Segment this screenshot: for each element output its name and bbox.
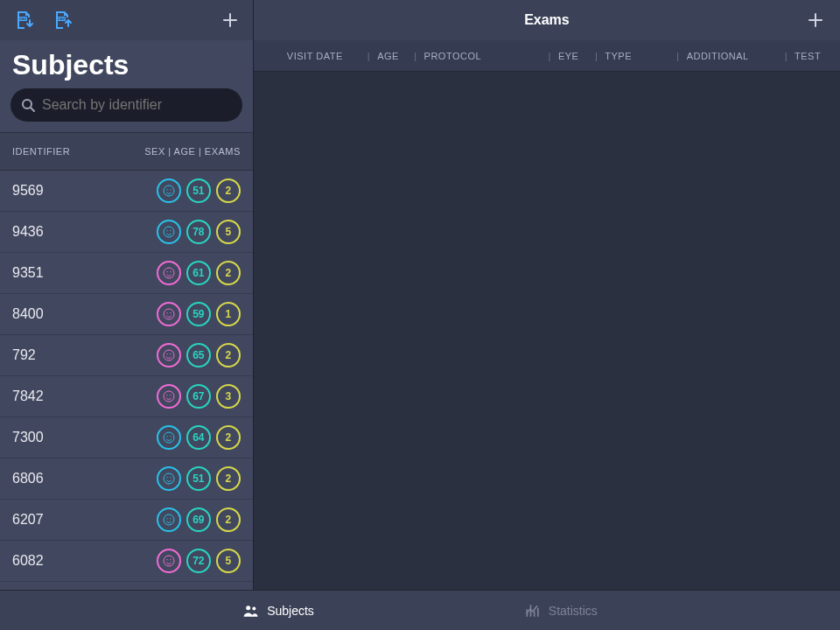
subject-row[interactable]: 6207692 — [0, 500, 253, 541]
exams-badge: 2 — [216, 508, 241, 532]
subject-id: 9351 — [12, 265, 151, 281]
add-exam-button[interactable] — [803, 8, 828, 32]
sex-badge — [157, 261, 181, 285]
svg-point-30 — [166, 518, 167, 519]
exams-badge: 3 — [216, 384, 241, 409]
sidebar-title: Subjects — [0, 40, 253, 88]
exams-badge: 2 — [216, 425, 241, 450]
plus-icon — [807, 11, 824, 29]
svg-point-29 — [164, 514, 174, 525]
subject-id: 7842 — [12, 388, 151, 404]
search-icon — [21, 98, 35, 112]
svg-point-7 — [170, 189, 171, 190]
svg-point-20 — [164, 391, 174, 402]
add-subject-button[interactable] — [218, 8, 242, 32]
subject-row[interactable]: 8400591 — [0, 294, 253, 335]
svg-text:CSV: CSV — [19, 17, 27, 21]
subject-id: 6082 — [12, 553, 151, 569]
header-sex-age-exams: SEX | AGE | EXAMS — [144, 146, 241, 157]
age-badge: 78 — [186, 220, 211, 244]
svg-point-31 — [170, 518, 171, 519]
sex-badge — [157, 343, 181, 368]
exams-title: Exams — [290, 12, 803, 28]
sex-badge — [157, 384, 181, 409]
svg-point-24 — [166, 436, 167, 437]
exams-badge: 2 — [216, 261, 241, 285]
exams-badge: 2 — [216, 178, 241, 203]
header-identifier: IDENTIFIER — [12, 146, 144, 157]
nav-statistics-label: Statistics — [549, 604, 598, 618]
exam-col-test: TEST — [788, 51, 840, 61]
search-input[interactable] — [10, 88, 242, 122]
subject-row[interactable]: 9351612 — [0, 253, 253, 294]
subject-row[interactable]: 9436785 — [0, 212, 253, 253]
svg-point-12 — [166, 271, 167, 272]
subject-id: 6806 — [12, 471, 151, 486]
stats-icon — [524, 602, 542, 620]
subject-id: 9569 — [12, 183, 151, 199]
svg-point-10 — [170, 230, 171, 231]
csv-import-icon: CSV — [14, 10, 35, 31]
exams-panel: Exams VISIT DATE|AGE|PROTOCOL|EYE|TYPE|A… — [254, 0, 840, 590]
nav-subjects[interactable]: Subjects — [242, 602, 314, 620]
subject-row[interactable]: 6082725 — [0, 541, 253, 582]
exam-col-visit date: VISIT DATE — [280, 51, 368, 61]
age-badge: 51 — [186, 466, 211, 491]
svg-point-16 — [170, 312, 171, 313]
svg-point-34 — [170, 559, 171, 560]
age-badge: 61 — [186, 261, 211, 285]
svg-point-5 — [164, 186, 174, 196]
exams-badge: 2 — [216, 466, 241, 491]
exams-toolbar: Exams — [254, 0, 840, 40]
subject-id: 6207 — [12, 512, 151, 528]
csv-export-button[interactable]: CSV — [49, 6, 77, 34]
svg-point-26 — [164, 473, 174, 484]
exams-columns-header: VISIT DATE|AGE|PROTOCOL|EYE|TYPE|ADDITIO… — [254, 40, 840, 72]
svg-point-17 — [164, 350, 174, 360]
svg-point-35 — [246, 606, 250, 610]
svg-point-11 — [164, 268, 174, 278]
csv-import-button[interactable]: CSV — [10, 6, 38, 34]
svg-point-27 — [166, 477, 167, 478]
svg-point-36 — [252, 606, 256, 610]
svg-point-25 — [170, 436, 171, 437]
exams-badge: 5 — [216, 220, 241, 244]
subjects-list[interactable]: 9569512943678593516128400591792652784267… — [0, 171, 253, 590]
age-badge: 51 — [186, 178, 211, 203]
svg-point-15 — [166, 312, 167, 313]
exams-badge: 2 — [216, 343, 241, 368]
exam-col-eye: EYE — [551, 51, 595, 61]
age-badge: 64 — [186, 425, 211, 450]
exam-col-type: TYPE — [598, 51, 676, 61]
sex-badge — [157, 549, 181, 573]
csv-export-icon: CSV — [52, 10, 74, 31]
sex-badge — [157, 178, 181, 203]
sex-badge — [157, 466, 181, 491]
bottom-nav: Subjects Statistics — [0, 590, 840, 630]
svg-point-8 — [164, 227, 174, 237]
people-icon — [242, 602, 260, 620]
sex-badge — [157, 220, 181, 244]
age-badge: 67 — [186, 384, 211, 409]
svg-point-32 — [164, 556, 174, 566]
subject-row[interactable]: 6806512 — [0, 458, 253, 500]
plus-icon — [221, 11, 239, 29]
subject-id: 9436 — [12, 224, 151, 240]
sidebar-toolbar: CSV CSV — [0, 0, 253, 40]
nav-statistics[interactable]: Statistics — [524, 602, 598, 620]
subjects-list-header: IDENTIFIER SEX | AGE | EXAMS — [0, 132, 253, 171]
subject-id: 792 — [12, 347, 151, 363]
exams-badge: 5 — [216, 549, 241, 573]
subject-row[interactable]: 7300642 — [0, 417, 253, 458]
subject-row[interactable]: 792652 — [0, 335, 253, 376]
svg-point-28 — [170, 477, 171, 478]
svg-text:CSV: CSV — [58, 17, 66, 21]
svg-point-21 — [166, 395, 167, 396]
subject-row[interactable]: 7842673 — [0, 376, 253, 417]
svg-point-14 — [164, 309, 174, 319]
age-badge: 72 — [186, 549, 211, 573]
subject-row[interactable]: 9569512 — [0, 171, 253, 212]
subject-id: 8400 — [12, 306, 151, 322]
subjects-sidebar: CSV CSV Subjects — [0, 0, 254, 590]
nav-subjects-label: Subjects — [267, 604, 314, 618]
